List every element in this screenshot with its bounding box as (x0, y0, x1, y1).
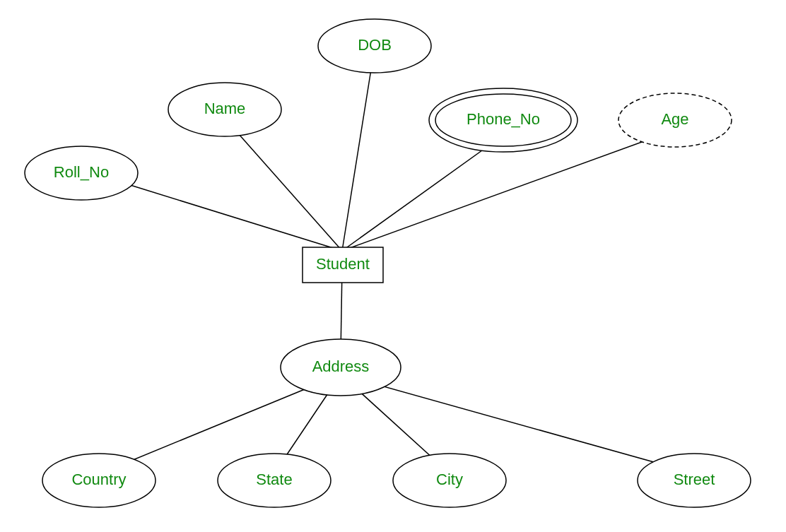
attribute-phone-no-label: Phone_No (467, 110, 540, 128)
subattribute-city: City (393, 454, 506, 507)
attribute-dob-label: DOB (358, 36, 392, 54)
er-diagram: Roll_No Name DOB Phone_No Age Student Ad… (0, 0, 786, 532)
edge-student-name (228, 122, 342, 251)
subattribute-city-label: City (436, 471, 463, 488)
attribute-name-label: Name (204, 100, 246, 117)
subattribute-country: Country (42, 454, 156, 507)
edge-student-rollno (126, 184, 342, 251)
subattribute-state-label: State (256, 471, 292, 488)
attribute-age: Age (618, 93, 732, 147)
entity-student-label: Student (316, 255, 370, 273)
subattribute-state: State (218, 454, 331, 507)
attribute-rollno-label: Roll_No (54, 163, 109, 181)
edge-student-dob (342, 65, 372, 251)
attribute-rollno: Roll_No (25, 146, 138, 200)
subattribute-country-label: Country (71, 471, 126, 488)
attribute-address-label: Address (312, 357, 370, 375)
edge-student-phone (342, 141, 495, 251)
edge-address-street (341, 374, 694, 473)
attribute-dob: DOB (318, 19, 431, 73)
subattribute-street: Street (638, 454, 751, 507)
attribute-name: Name (168, 83, 281, 136)
attribute-phone-no: Phone_No (429, 88, 577, 152)
attribute-address: Address (281, 339, 401, 396)
subattribute-street-label: Street (674, 471, 715, 488)
entity-student: Student (303, 247, 383, 283)
attribute-age-label: Age (661, 110, 688, 128)
